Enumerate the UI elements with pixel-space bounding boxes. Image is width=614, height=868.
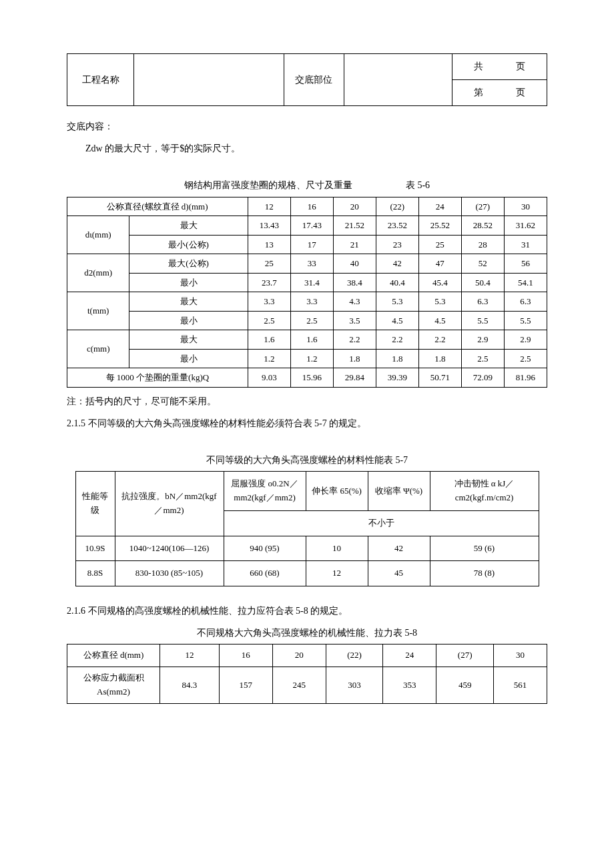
cell: 3.3 [290,292,333,312]
t56-title: 钢结构用富强度垫圈的规格、尺寸及重量 表 5-6 [67,177,547,193]
cell: 2.9 [504,330,547,350]
t56-sub: 最大 [129,216,248,236]
t56-title-right: 表 5-6 [406,177,430,193]
page-a: 第 [474,87,483,99]
cell: 38.4 [333,273,376,292]
cell: 72.09 [461,368,504,388]
t56-col: 30 [504,197,547,216]
cell: 13 [248,235,290,254]
cell: 25 [418,235,461,254]
t56-row-lab: d2(mm) [67,254,129,292]
t58-col: 24 [383,644,436,667]
cell: 50.4 [461,273,504,292]
cell: 47 [418,254,461,274]
cell: 13.43 [248,216,290,236]
cell: 2.2 [418,330,461,350]
table-5-7: 性能等级 抗拉强度。bN／mm2(kgf／mm2) 屈服强度 o0.2N／mm2… [75,471,539,586]
cell: 54.1 [504,273,547,292]
t58-col: (27) [436,644,494,667]
cell: 2.9 [461,330,504,350]
cell: 2.5 [248,311,290,330]
t56-sub: 最大 [129,330,248,350]
cell: 2.5 [504,349,547,368]
cell: 2.5 [290,311,333,330]
t56-row-lab: c(mm) [67,330,129,368]
cell: 9.03 [248,368,290,388]
cell: 1.8 [418,349,461,368]
cell: 56 [504,254,547,274]
cell: 31.4 [290,273,333,292]
cell: 6.3 [461,292,504,312]
page-current: 第 页 [452,80,547,106]
part-value [344,54,452,106]
t58-title: 不同规格大六角头高强度螺栓的机械性能、拉力表 5-8 [67,624,547,641]
cell: 28.52 [461,216,504,236]
t56-col: (22) [376,197,418,216]
t56-sub: 最小 [129,349,248,368]
cell: 1.6 [248,330,290,350]
cell: 459 [436,667,494,704]
t56-col: 20 [333,197,376,216]
cell: 1.8 [333,349,376,368]
cell: 12 [306,561,368,586]
cell: 31.62 [504,216,547,236]
cell: 78 (8) [430,561,539,586]
cell: 2.5 [461,349,504,368]
t58-col: 12 [160,644,220,667]
t57-h4: 伸长率 65(%) [306,472,368,511]
cell: 15.96 [290,368,333,388]
cell: 40.4 [376,273,418,292]
part-label: 交底部位 [284,54,344,106]
cell: 5.3 [376,292,418,312]
cell: 1.8 [376,349,418,368]
cell: 303 [326,667,383,704]
t58-col: 20 [272,644,326,667]
cell: 353 [383,667,436,704]
cell: 245 [272,667,326,704]
cell: 4.5 [418,311,461,330]
cell: 42 [376,254,418,274]
cell: 28 [461,235,504,254]
table-5-8: 公称直径 d(mm) 12 16 20 (22) 24 (27) 30 公称应力… [67,644,547,703]
total-a: 共 [474,61,483,73]
cell: 23 [376,235,418,254]
t56-row-lab: dι(mm) [67,216,129,254]
cell: 3.3 [248,292,290,312]
cell: 5.5 [461,311,504,330]
cell: 25.52 [418,216,461,236]
t58-col: (22) [326,644,383,667]
t56-sub: 最小 [129,273,248,292]
t57-title: 不同等级的大六角头高强度螺栓的材料性能表 5-7 [67,452,547,468]
cell: 5.5 [504,311,547,330]
t56-col: (27) [461,197,504,216]
t56-weight-lab: 每 1000 个垫圈的重量(kg)Q [67,368,248,388]
cell: 45.4 [418,273,461,292]
cell: 23.52 [376,216,418,236]
cell: 6.3 [504,292,547,312]
t56-col: 16 [290,197,333,216]
zdw-line: Zdw 的最大尺寸，等于$的实际尺寸。 [67,140,547,157]
t57-h3: 屈服强度 o0.2N／mm2(kgf／mm2) [224,472,306,511]
t58-col: 16 [219,644,272,667]
cell: 45 [368,561,430,586]
total-b: 页 [516,61,525,73]
cell: 17.43 [290,216,333,236]
cell: 830-1030 (85~105) [115,561,224,586]
cell: 940 (95) [224,536,306,561]
t57-h5: 收缩率 Ψ(%) [368,472,430,511]
cell: 1.2 [290,349,333,368]
clause-215: 2.1.5 不同等级的大六角头高强度螺栓的材料性能必须符合表 5-7 的规定。 [67,415,547,432]
project-label: 工程名称 [67,54,134,106]
t56-sub: 最小(公称) [129,235,248,254]
cell: 21.52 [333,216,376,236]
t58-col: 30 [494,644,547,667]
t57-grade: 10.9S [75,536,115,561]
cell: 660 (68) [224,561,306,586]
table-5-6: 公称直径(螺纹直径 d)(mm) 12 16 20 (22) 24 (27) 3… [67,197,547,388]
cell: 1.6 [290,330,333,350]
page-b: 页 [516,87,525,99]
header-table: 工程名称 交底部位 共 页 第 页 [67,53,547,106]
t56-sub: 最大(公称) [129,254,248,274]
cell: 10 [306,536,368,561]
cell: 3.5 [333,311,376,330]
